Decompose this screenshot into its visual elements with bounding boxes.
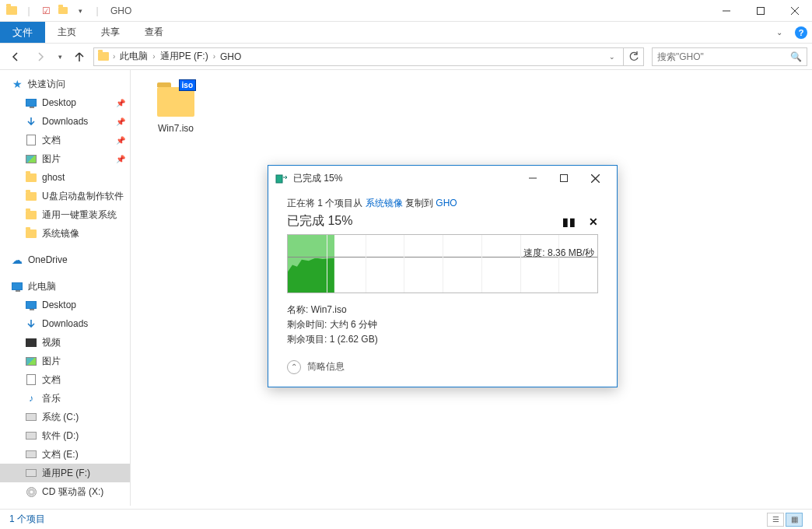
cloud-icon: ☁ <box>11 254 23 266</box>
dialog-title-bar[interactable]: 已完成 15% <box>268 166 617 191</box>
doc-icon <box>25 373 37 386</box>
dialog-close-button[interactable] <box>579 167 611 189</box>
dropdown-icon[interactable]: ▾ <box>73 4 87 18</box>
title-bar: | ☑ ▾ | GHO <box>0 0 812 22</box>
chevron-right-icon[interactable]: › <box>113 52 115 61</box>
pin-icon: 📌 <box>116 99 125 107</box>
sidebar-item[interactable]: U盘启动盘制作软件 <box>0 187 130 205</box>
dest-link[interactable]: GHO <box>436 198 457 208</box>
search-input[interactable] <box>657 51 790 62</box>
cancel-button[interactable]: ✕ <box>589 215 598 228</box>
sidebar-item[interactable]: 图片📌 <box>0 149 130 168</box>
pic-icon <box>25 152 37 165</box>
sidebar-item-label: 文档 <box>42 134 61 147</box>
sidebar-item[interactable]: 系统 (C:) <box>0 408 130 426</box>
sidebar-item[interactable]: 图片 <box>0 352 130 370</box>
speed-chart: 速度: 8.36 MB/秒 <box>287 234 598 293</box>
sidebar-item-label: Desktop <box>42 300 76 310</box>
folder-small-icon[interactable] <box>56 4 70 18</box>
ribbon-expand-icon[interactable]: ⌄ <box>768 22 790 43</box>
dialog-minimize-button[interactable] <box>517 167 548 189</box>
dialog-maximize-button[interactable] <box>548 167 579 189</box>
chevron-right-icon[interactable]: › <box>213 52 215 61</box>
svg-rect-6 <box>561 175 568 182</box>
iso-badge-icon: iso <box>179 79 196 91</box>
remaining-info: 剩余项目: 1 (2.62 GB) <box>287 332 598 347</box>
sidebar-item[interactable]: Downloads📌 <box>0 112 130 131</box>
address-dropdown[interactable]: ⌄ <box>604 53 620 61</box>
sidebar-item[interactable]: Desktop📌 <box>0 93 130 112</box>
drive-icon <box>25 467 37 479</box>
sidebar-item-label: Desktop <box>42 97 76 108</box>
folder-icon <box>25 227 37 240</box>
sidebar-quick-access[interactable]: ★快速访问 <box>0 75 130 93</box>
sidebar-item[interactable]: 视频 <box>0 333 130 352</box>
time-info: 剩余时间: 大约 6 分钟 <box>287 317 598 332</box>
details-toggle[interactable]: ⌃ 简略信息 <box>287 360 598 374</box>
sidebar-onedrive[interactable]: ☁OneDrive <box>0 250 130 269</box>
sidebar-item-label: 通用PE (F:) <box>42 467 90 480</box>
sidebar-this-pc[interactable]: 此电脑 <box>0 277 130 296</box>
search-box[interactable]: 🔍 <box>652 47 807 66</box>
breadcrumb[interactable]: GHO <box>219 51 243 62</box>
file-item[interactable]: iso Win7.iso <box>146 78 205 134</box>
folder-icon <box>25 208 37 221</box>
name-info: 名称: Win7.iso <box>287 303 598 317</box>
sidebar-item-label: 系统 (C:) <box>42 411 79 424</box>
file-thumbnail: iso <box>156 78 196 118</box>
pic-icon <box>25 355 37 367</box>
source-link[interactable]: 系统镜像 <box>366 198 403 208</box>
pin-icon: 📌 <box>116 136 125 145</box>
sidebar-item[interactable]: ♪音乐 <box>0 389 130 408</box>
sidebar-item[interactable]: ghost <box>0 168 130 187</box>
minimize-button[interactable] <box>709 0 744 22</box>
down-icon <box>25 115 37 128</box>
pause-button[interactable]: ▮▮ <box>562 215 576 228</box>
sidebar-item[interactable]: Desktop <box>0 296 130 314</box>
sidebar-item[interactable]: 文档 (E:) <box>0 445 130 464</box>
icons-view-button[interactable]: ▦ <box>786 513 803 527</box>
copy-description: 正在将 1 个项目从 系统镜像 复制到 GHO <box>287 197 598 210</box>
sidebar-label: 此电脑 <box>28 280 56 293</box>
up-button[interactable] <box>68 47 90 67</box>
sidebar-item[interactable]: 文档 <box>0 370 130 389</box>
file-tab[interactable]: 文件 <box>0 22 45 43</box>
sidebar-item[interactable]: 文档📌 <box>0 131 130 149</box>
search-icon[interactable]: 🔍 <box>790 51 802 62</box>
recent-dropdown[interactable]: ▾ <box>54 47 65 67</box>
close-button[interactable] <box>778 0 812 22</box>
view-tab[interactable]: 查看 <box>132 22 176 43</box>
dialog-title: 已完成 15% <box>293 172 342 185</box>
check-icon[interactable]: ☑ <box>39 4 53 18</box>
sidebar-item[interactable]: 通用PE (F:) <box>0 464 130 482</box>
breadcrumb[interactable]: 此电脑 <box>118 50 149 63</box>
progress-title: 已完成 15% <box>287 213 352 229</box>
sidebar-item[interactable]: CD 驱动器 (X:) <box>0 482 130 501</box>
speed-label: 速度: 8.36 MB/秒 <box>523 247 594 260</box>
sidebar-item[interactable]: 通用一键重装系统 <box>0 205 130 224</box>
forward-button[interactable] <box>30 47 51 67</box>
drive-icon <box>25 411 37 423</box>
video-icon <box>25 336 37 349</box>
home-tab[interactable]: 主页 <box>45 22 89 43</box>
sidebar-item[interactable]: 系统镜像 <box>0 224 130 243</box>
address-bar[interactable]: › 此电脑 › 通用PE (F:) › GHO ⌄ <box>93 47 624 66</box>
monitor-icon <box>25 96 37 109</box>
svg-rect-4 <box>276 175 282 183</box>
sidebar-item[interactable]: Downloads <box>0 314 130 333</box>
sidebar-item[interactable]: 软件 (D:) <box>0 426 130 445</box>
help-button[interactable]: ? <box>790 22 812 43</box>
sidebar-item-label: 系统镜像 <box>42 227 79 240</box>
share-tab[interactable]: 共享 <box>89 22 132 43</box>
sidebar-item-label: U盘启动盘制作软件 <box>42 190 124 203</box>
breadcrumb[interactable]: 通用PE (F:) <box>159 50 210 63</box>
chevron-right-icon[interactable]: › <box>152 52 155 61</box>
down-icon <box>25 317 37 330</box>
refresh-button[interactable] <box>624 47 644 66</box>
sidebar-item-label: 图片 <box>42 355 61 368</box>
details-view-button[interactable]: ☰ <box>767 513 784 527</box>
back-button[interactable] <box>5 47 26 67</box>
svg-rect-1 <box>758 7 765 14</box>
sidebar-item-label: 通用一键重装系统 <box>42 208 117 222</box>
maximize-button[interactable] <box>744 0 778 22</box>
